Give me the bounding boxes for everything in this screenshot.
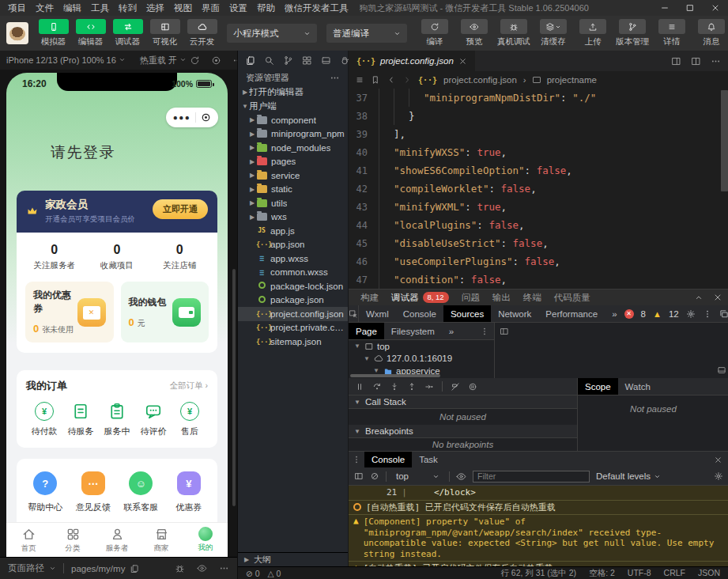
panel-tab-构建[interactable]: 构建 [355, 292, 384, 304]
service-item[interactable]: ☺联系客服 [117, 471, 165, 513]
console-message-info[interactable]: [自动热重载] 已开启代码文件保存后自动热重载 [349, 501, 728, 516]
page-path-label[interactable]: 页面路径 [8, 562, 44, 574]
tree-item[interactable]: ▶pages [238, 155, 348, 169]
toolbar-action-branch[interactable]: 版本管理 [613, 19, 652, 47]
devtools-tab-Network[interactable]: Network [491, 305, 538, 322]
statusbar-item[interactable]: JSON [698, 568, 720, 579]
copy-icon[interactable] [130, 564, 139, 573]
sources-tree-item[interactable]: ▼127.0.0.1:16019 [349, 353, 494, 365]
minimize-button[interactable] [652, 0, 677, 16]
avatar[interactable] [6, 22, 28, 44]
all-orders-link[interactable]: 全部订单 › [170, 380, 208, 392]
tree-item[interactable]: ▼用户端 [238, 100, 348, 114]
collapse-icon[interactable] [694, 293, 703, 302]
simulator-scrollbar[interactable] [232, 269, 236, 506]
statusbar-item[interactable]: UTF-8 [628, 568, 651, 579]
bookmark-icon[interactable] [371, 75, 380, 85]
toolbar-toggle-codetag[interactable]: 编辑器 [72, 19, 109, 47]
scope-tab-Watch[interactable]: Watch [618, 378, 658, 395]
menu-item[interactable]: 文件 [31, 2, 58, 14]
close-button[interactable] [703, 0, 728, 16]
editor-scrollbar[interactable] [721, 90, 728, 191]
toolbar-action-layers[interactable]: 清缓存 [534, 19, 573, 47]
toolbar-toggle-phone[interactable]: 模拟器 [35, 19, 72, 47]
panel-tab-调试器[interactable]: 调试器8, 12 [386, 292, 455, 304]
more-vertical-icon[interactable] [349, 452, 364, 467]
vip-banner[interactable]: 家政会员 开通会员可享受项目会员价 立即开通 [17, 191, 217, 233]
devtools-tab-Sources[interactable]: Sources [443, 305, 491, 322]
tree-item[interactable]: ▶static [238, 183, 348, 197]
search-icon[interactable] [264, 55, 274, 66]
menu-item[interactable]: 界面 [197, 2, 224, 14]
tree-item[interactable]: {··}project.config.json [238, 307, 348, 321]
toolbar-toggle-layout[interactable]: 可视化 [146, 19, 183, 47]
stat-item[interactable]: 0关注店铺 [149, 243, 211, 271]
sources-subtab-more[interactable]: » [442, 323, 461, 339]
statusbar-item[interactable]: 空格: 2 [589, 568, 615, 579]
menu-item[interactable]: 帮助 [252, 2, 280, 14]
menu-item[interactable]: 微信开发者工具 [280, 2, 353, 14]
list-icon[interactable] [355, 75, 364, 85]
preview-icon[interactable] [197, 563, 207, 573]
statusbar-item[interactable]: 行 62, 列 31 (选中 2) [500, 568, 576, 579]
scope-tab-Scope[interactable]: Scope [578, 378, 618, 395]
tabbar-item-shop[interactable]: 商家 [139, 523, 183, 557]
wallet-card-wallet[interactable]: 我的钱包0元 [121, 282, 209, 342]
gear-icon[interactable] [686, 309, 696, 319]
editor-tab[interactable]: {··} project.config.json [349, 51, 475, 71]
hot-reload-toggle[interactable]: 热重载 开 [140, 55, 187, 66]
close-icon[interactable] [714, 452, 728, 467]
tabbar-item-home[interactable]: 首页 [6, 523, 51, 557]
toolbar-action-eye[interactable]: 预览 [455, 19, 494, 47]
toolbar-action-bell[interactable]: 消息 [692, 19, 728, 47]
menu-item[interactable]: 选择 [141, 2, 169, 14]
record-icon[interactable] [211, 55, 221, 66]
collapse-icon[interactable] [717, 365, 726, 375]
order-item-refund[interactable]: ¥售后 [172, 402, 208, 437]
forward-icon[interactable] [402, 75, 412, 85]
panel-tab-代码质量[interactable]: 代码质量 [549, 292, 596, 304]
files-icon[interactable] [245, 55, 255, 66]
refresh-icon[interactable] [190, 55, 200, 66]
log-levels-dropdown[interactable]: Default levels [596, 471, 661, 481]
more-vertical-icon[interactable] [480, 323, 494, 339]
tree-item[interactable]: package.json [238, 293, 348, 308]
tree-item[interactable]: ≡app.wxss [238, 252, 348, 266]
order-item-pay[interactable]: ¥待付款 [26, 402, 62, 437]
warning-count[interactable]: △ 0 [268, 569, 281, 578]
eye-icon[interactable] [456, 471, 466, 482]
tree-item[interactable]: ▶component [238, 113, 348, 127]
menu-item[interactable]: 视图 [169, 2, 197, 14]
service-item[interactable]: ¥优惠券 [165, 471, 213, 513]
tree-item[interactable]: {··}app.json [238, 238, 348, 252]
step-into-icon[interactable] [390, 382, 399, 392]
split-editor-icon[interactable] [691, 56, 701, 66]
devtools-tab-Wxml[interactable]: Wxml [359, 305, 396, 322]
close-icon[interactable] [458, 57, 467, 66]
menu-item[interactable]: 工具 [86, 2, 114, 14]
clear-console-icon[interactable] [370, 471, 379, 481]
callstack-header[interactable]: ▼Call Stack [349, 395, 577, 409]
pause-on-exceptions-icon[interactable] [468, 382, 477, 392]
tree-item[interactable]: ▶miniprogram_npm [238, 127, 348, 142]
order-item-chat[interactable]: 待评价 [135, 402, 172, 437]
tabbar-item-person[interactable]: 服务者 [95, 523, 139, 557]
tabbar-item-grid4[interactable]: 分类 [51, 523, 95, 557]
tree-item[interactable]: ▶service [238, 168, 348, 183]
more-icon[interactable] [219, 563, 229, 573]
tree-item[interactable]: ▶utils [238, 196, 348, 210]
service-item[interactable]: ⋯意见反馈 [70, 471, 118, 513]
devtools-tab-more[interactable]: » [605, 305, 624, 322]
menu-item[interactable]: 转到 [114, 2, 141, 14]
tabbar-item-me[interactable]: 我的 [183, 523, 228, 557]
toolbar-toggle-swap[interactable]: 调试器 [109, 19, 146, 47]
context-selector[interactable]: top [393, 471, 443, 481]
breakpoints-header[interactable]: ▼Breakpoints [349, 425, 577, 438]
order-item-doc[interactable]: 待服务 [62, 402, 99, 437]
capsule-more-icon[interactable]: ●●● [173, 114, 191, 122]
devtools-tab-Performance[interactable]: Performance [538, 305, 605, 322]
extensions-icon[interactable] [302, 55, 312, 66]
console-filter-input[interactable] [473, 471, 590, 482]
toolbar-action-list[interactable]: 详情 [652, 19, 692, 47]
gear-icon[interactable] [714, 471, 723, 481]
